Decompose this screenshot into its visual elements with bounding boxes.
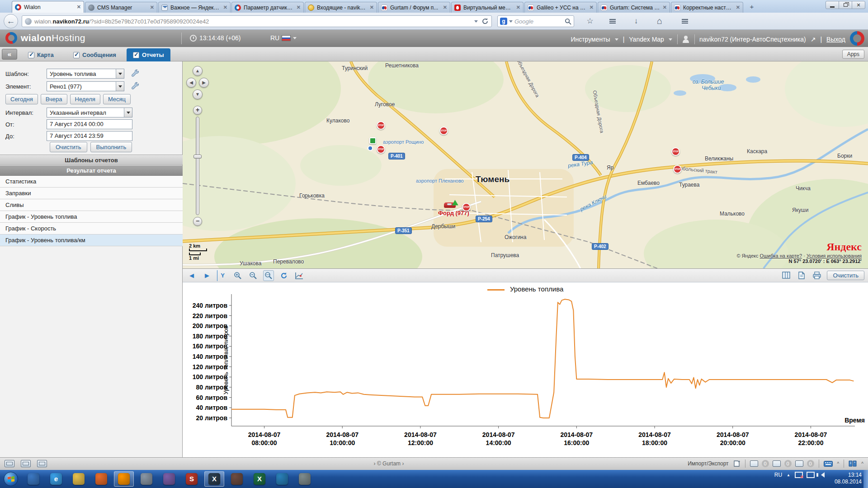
show-desktop-button[interactable] <box>863 470 868 488</box>
taskbar-database-tool-icon[interactable] <box>159 471 179 487</box>
map-provider-menu[interactable]: Yandex Map <box>629 36 664 43</box>
pan-down-button[interactable]: ▼ <box>193 89 203 99</box>
volume-icon[interactable] <box>818 472 825 478</box>
collapse-sidebar-button[interactable]: « <box>2 49 17 60</box>
dropdown-arrow-icon[interactable] <box>116 82 124 91</box>
bookmarks-list-icon[interactable] <box>606 15 619 27</box>
back-button[interactable]: ← <box>4 14 18 28</box>
browser-tab-10[interactable]: Корректные настр...✕ <box>671 2 743 13</box>
clear-button[interactable]: Очистить <box>50 142 87 152</box>
report-templates-header[interactable]: Шаблоны отчетов <box>0 155 183 165</box>
panel-expand-icon[interactable]: ^ <box>861 461 863 466</box>
close-button[interactable]: ✕ <box>852 1 865 9</box>
taskbar-media-app-icon[interactable] <box>91 471 111 487</box>
range-button-3[interactable]: Неделя <box>70 94 100 104</box>
browser-tab-2[interactable]: CMS Manager✕ <box>85 2 157 13</box>
restore-button[interactable] <box>839 1 852 9</box>
fuel-level-chart[interactable]: 20 литров40 литров60 литров80 литров100 … <box>183 269 868 458</box>
map-error-link[interactable]: Ошибка на карте? <box>760 253 802 258</box>
taskbar-firefox-icon[interactable] <box>114 471 134 487</box>
taskbar-file-explorer-icon[interactable] <box>69 471 89 487</box>
from-date-input[interactable]: 7 Август 2014 00:00 <box>47 119 132 129</box>
network-error-icon[interactable] <box>795 472 802 478</box>
gurtam-copyright[interactable]: © Gurtam <box>377 460 401 467</box>
range-button-1[interactable]: Сегодня <box>5 94 38 104</box>
new-tab-button[interactable]: + <box>746 3 758 12</box>
taskbar-x-application-icon[interactable]: X <box>204 471 224 487</box>
search-icon[interactable] <box>565 18 571 25</box>
menu-icon[interactable] <box>678 15 692 27</box>
taskbar-image-viewer-icon[interactable] <box>272 471 292 487</box>
execute-button[interactable]: Выполнить <box>90 142 132 152</box>
search-bar[interactable]: Google <box>497 15 574 27</box>
stop-sign-marker[interactable]: STOP <box>671 147 680 156</box>
result-item-3[interactable]: Сливы <box>0 199 183 211</box>
logout-link[interactable]: Выход <box>826 36 845 43</box>
taskbar-media-player-icon[interactable] <box>24 471 43 487</box>
browser-tab-5[interactable]: Входящие - naviko...✕ <box>305 2 377 13</box>
workspace-toggle-icon[interactable] <box>37 460 47 467</box>
tools-menu[interactable]: Инструменты <box>571 36 610 43</box>
browser-tab-6[interactable]: Gurtam / Форум п...✕ <box>378 2 450 13</box>
tray-clock[interactable]: 13:14 08.08.2014 <box>835 472 862 485</box>
apps-button[interactable]: Apps <box>842 50 864 59</box>
tab-close-icon[interactable]: ✕ <box>223 5 227 10</box>
stop-sign-marker[interactable]: STOP <box>462 203 471 211</box>
minimize-button[interactable] <box>826 1 839 9</box>
yandex-logo[interactable]: Яндекс <box>736 241 862 253</box>
start-button[interactable] <box>4 472 18 486</box>
media-counter-icon[interactable] <box>795 460 803 467</box>
element-select[interactable]: Рено1 (977) <box>47 81 124 91</box>
zoom-out-button[interactable]: − <box>193 217 202 226</box>
pan-left-button[interactable]: ◀ <box>186 78 196 88</box>
monitoring-panel-toggle-icon[interactable] <box>21 460 31 467</box>
checkbox-checked-icon[interactable] <box>73 52 80 58</box>
external-link-icon[interactable]: ↗ <box>811 36 816 43</box>
element-settings-wrench-icon[interactable] <box>130 81 140 91</box>
import-export-icon[interactable] <box>733 460 741 467</box>
mini-map-toggle-icon[interactable] <box>5 460 14 467</box>
browser-tab-4[interactable]: Параметр датчика ...✕ <box>231 2 304 13</box>
template-select[interactable]: Уровень топлива <box>47 69 124 79</box>
display-icon[interactable] <box>807 472 814 478</box>
range-button-2[interactable]: Вчера <box>41 94 67 104</box>
dropdown-arrow-icon[interactable] <box>116 69 124 78</box>
tab-close-icon[interactable]: ✕ <box>150 5 154 10</box>
pan-up-button[interactable]: ▲ <box>193 66 203 76</box>
taskbar-hammer-tool-icon[interactable] <box>227 471 247 487</box>
map-terms-link[interactable]: Условия использования <box>807 253 862 258</box>
zoom-slider-handle[interactable] <box>193 155 202 159</box>
browser-tab-9[interactable]: Gurtam: Система м...✕ <box>598 2 670 13</box>
home-icon[interactable]: ⌂ <box>653 15 666 27</box>
report-result-header[interactable]: Результат отчета <box>0 165 183 176</box>
taskbar-wrench-tool-icon[interactable] <box>137 471 156 487</box>
fuel-station-marker[interactable] <box>369 137 376 144</box>
tab-close-icon[interactable]: ✕ <box>77 4 81 10</box>
result-item-5[interactable]: График - Скорость <box>0 223 183 235</box>
zoom-in-button[interactable]: + <box>193 106 202 115</box>
result-item-4[interactable]: График - Уровень топлива <box>0 211 183 223</box>
interval-select[interactable]: Указанный интервал <box>47 108 132 117</box>
user-account[interactable]: navikon72 (Интер-АвтоСпецтехника) <box>699 36 806 43</box>
user-icon[interactable] <box>682 36 689 43</box>
result-item-1[interactable]: Статистика <box>0 176 183 188</box>
url-dropdown-icon[interactable] <box>474 20 478 24</box>
stop-sign-marker[interactable]: STOP <box>377 121 385 130</box>
taskbar-internet-explorer-icon[interactable]: e <box>46 471 66 487</box>
browser-tab-1[interactable]: Wialon✕ <box>12 1 84 13</box>
tab-close-icon[interactable]: ✕ <box>516 5 520 10</box>
tab-reports[interactable]: Отчеты <box>127 48 170 61</box>
tab-close-icon[interactable]: ✕ <box>590 5 594 10</box>
search-engine-dropdown-icon[interactable] <box>509 20 513 24</box>
info-marker[interactable] <box>368 145 373 151</box>
stop-sign-marker[interactable]: STOP <box>673 165 682 174</box>
panel-expand-icon[interactable]: ^ <box>837 461 840 466</box>
import-export-link[interactable]: Импорт/Экспорт <box>688 460 728 467</box>
language-switcher[interactable]: RU <box>270 34 297 42</box>
zoom-slider-track[interactable] <box>196 117 199 215</box>
tab-close-icon[interactable]: ✕ <box>663 5 667 10</box>
sent-counter-icon[interactable] <box>773 460 781 467</box>
browser-tab-7[interactable]: Виртуальный мене...✕ <box>451 2 524 13</box>
taskbar-settings-tool-icon[interactable] <box>295 471 315 487</box>
template-settings-wrench-icon[interactable] <box>130 69 140 79</box>
